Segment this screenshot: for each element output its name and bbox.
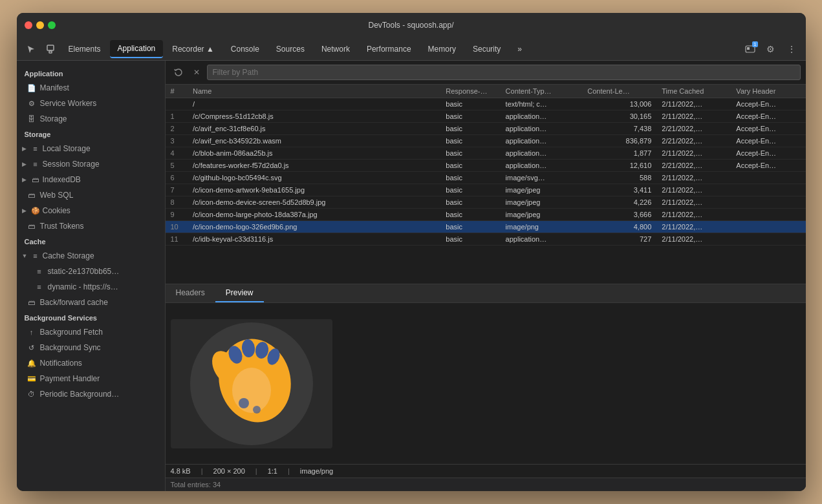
more-icon[interactable]: ⋮: [783, 40, 801, 58]
tab-network[interactable]: Network: [314, 40, 358, 58]
cell-response: basic: [440, 209, 500, 221]
bg-sync-label: Background Sync: [40, 343, 101, 352]
bg-fetch-icon: ↑: [27, 328, 36, 337]
clear-button[interactable]: ✕: [189, 65, 204, 80]
tab-performance[interactable]: Performance: [359, 40, 419, 58]
cell-vary: [731, 184, 805, 196]
cell-num: 4: [166, 147, 188, 160]
tab-headers[interactable]: Headers: [166, 284, 215, 302]
sidebar-item-manifest[interactable]: 📄 Manifest: [17, 80, 165, 96]
sidebar-item-notifications[interactable]: 🔔 Notifications: [17, 355, 165, 371]
tab-elements[interactable]: Elements: [61, 40, 109, 58]
close-button[interactable]: [25, 21, 32, 29]
cell-time-cached: 2/21/2022,…: [656, 135, 731, 147]
table-row[interactable]: 6 /c/github-logo-bc05494c.svg basic imag…: [166, 172, 806, 184]
tab-application[interactable]: Application: [110, 40, 164, 58]
table-row[interactable]: 7 /c/icon-demo-artwork-9eba1655.jpg basi…: [166, 184, 806, 196]
cache-static-icon: ≡: [35, 267, 44, 276]
sidebar-item-bg-fetch[interactable]: ↑ Background Fetch: [17, 324, 165, 340]
cell-content-len: 30,165: [582, 110, 656, 123]
tab-security[interactable]: Security: [465, 40, 508, 58]
cell-response: basic: [440, 98, 500, 110]
cell-num: 2: [166, 123, 188, 135]
table-row[interactable]: 5 /c/features-worker-f57d2da0.js basic a…: [166, 160, 806, 172]
indexeddb-chevron: ▶: [22, 176, 28, 183]
sidebar-item-back-forward[interactable]: 🗃 Back/forward cache: [17, 295, 165, 310]
device-icon[interactable]: [41, 40, 59, 58]
cell-vary: [731, 209, 805, 221]
tab-preview[interactable]: Preview: [215, 284, 264, 302]
cell-num: [166, 98, 188, 110]
cell-response: basic: [440, 147, 500, 160]
filter-input[interactable]: [207, 65, 801, 80]
col-header-content-type[interactable]: Content-Typ…: [501, 85, 583, 98]
sidebar-item-payment-handler[interactable]: 💳 Payment Handler: [17, 371, 165, 386]
sidebar-item-bg-sync[interactable]: ↺ Background Sync: [17, 340, 165, 355]
storage-main-label: Storage: [40, 114, 67, 123]
cache-table: # Name Response-… Content-Typ… Content-L…: [166, 85, 806, 284]
cell-content-type: image/jpeg: [501, 196, 583, 209]
sidebar-item-web-sql[interactable]: 🗃 Web SQL: [17, 187, 165, 203]
cell-vary: [731, 196, 805, 209]
badge-button[interactable]: 1: [741, 40, 759, 58]
entries-table: # Name Response-… Content-Typ… Content-L…: [166, 85, 806, 246]
indexeddb-icon: 🗃: [31, 175, 40, 184]
sidebar-item-trust-tokens[interactable]: 🗃 Trust Tokens: [17, 218, 165, 234]
cache-dynamic-icon: ≡: [35, 282, 44, 291]
table-row[interactable]: 11 /c/idb-keyval-c33d3116.js basic appli…: [166, 233, 806, 246]
table-row[interactable]: 8 /c/icon-demo-device-screen-5d52d8b9.jp…: [166, 196, 806, 209]
svg-rect-3: [747, 47, 750, 50]
sidebar-item-indexeddb[interactable]: ▶ 🗃 IndexedDB: [17, 172, 165, 187]
back-forward-icon: 🗃: [27, 298, 36, 307]
col-header-content-len[interactable]: Content-Le…: [582, 85, 656, 98]
minimize-button[interactable]: [36, 21, 44, 29]
cell-response: basic: [440, 184, 500, 196]
cell-name: /c/avif_enc-31cf8e60.js: [188, 123, 440, 135]
tab-recorder[interactable]: Recorder ▲: [164, 40, 222, 58]
table-row[interactable]: 9 /c/icon-demo-large-photo-18da387a.jpg …: [166, 209, 806, 221]
settings-icon[interactable]: ⚙: [762, 40, 780, 58]
sidebar-item-local-storage[interactable]: ▶ ≡ Local Storage: [17, 141, 165, 156]
tab-memory[interactable]: Memory: [420, 40, 464, 58]
sidebar-item-session-storage[interactable]: ▶ ≡ Session Storage: [17, 156, 165, 172]
toolbar-right: 1 ⚙ ⋮: [741, 40, 801, 58]
svg-point-11: [232, 368, 271, 413]
cell-name: /c/Compress-51d12cb8.js: [188, 110, 440, 123]
section-title-bg-services: Background Services: [17, 310, 165, 324]
sidebar-item-storage-main[interactable]: 🗄 Storage: [17, 111, 165, 127]
sidebar-item-cookies[interactable]: ▶ 🍪 Cookies: [17, 203, 165, 218]
periodic-bg-icon: ⏱: [27, 390, 36, 399]
table-row[interactable]: / basic text/html; c… 13,006 2/11/2022,……: [166, 98, 806, 110]
col-header-num[interactable]: #: [166, 85, 188, 98]
table-row[interactable]: 1 /c/Compress-51d12cb8.js basic applicat…: [166, 110, 806, 123]
payment-handler-icon: 💳: [27, 374, 36, 383]
cell-time-cached: 2/21/2022,…: [656, 123, 731, 135]
cache-storage-chevron: ▼: [22, 253, 28, 259]
col-header-name[interactable]: Name: [188, 85, 440, 98]
sidebar-item-service-workers[interactable]: ⚙ Service Workers: [17, 96, 165, 111]
table-row[interactable]: 10 /c/icon-demo-logo-326ed9b6.png basic …: [166, 221, 806, 233]
tab-sources[interactable]: Sources: [268, 40, 312, 58]
col-header-response[interactable]: Response-…: [440, 85, 500, 98]
tab-more[interactable]: »: [510, 40, 530, 58]
tab-console[interactable]: Console: [223, 40, 267, 58]
sidebar-item-cache-storage[interactable]: ▼ ≡ Cache Storage: [17, 248, 165, 264]
cell-name: /c/idb-keyval-c33d3116.js: [188, 233, 440, 246]
sidebar-item-periodic-bg[interactable]: ⏱ Periodic Background…: [17, 386, 165, 402]
maximize-button[interactable]: [48, 21, 56, 29]
col-header-time[interactable]: Time Cached: [656, 85, 731, 98]
sidebar-item-cache-static[interactable]: ≡ static-2e1370bb65…: [17, 264, 165, 279]
indexeddb-label: IndexedDB: [43, 175, 81, 184]
cell-vary: Accept-En…: [731, 123, 805, 135]
sidebar-item-cache-dynamic[interactable]: ≡ dynamic - https://s…: [17, 279, 165, 295]
cache-dynamic-label: dynamic - https://s…: [48, 282, 118, 291]
table-row[interactable]: 4 /c/blob-anim-086aa25b.js basic applica…: [166, 147, 806, 160]
col-header-vary[interactable]: Vary Header: [731, 85, 805, 98]
refresh-button[interactable]: [171, 65, 186, 80]
devtools-window: DevTools - squoosh.app/ Elements Applica…: [17, 13, 806, 491]
manifest-label: Manifest: [40, 83, 69, 92]
cursor-icon[interactable]: [22, 40, 40, 58]
cell-num: 6: [166, 172, 188, 184]
table-row[interactable]: 2 /c/avif_enc-31cf8e60.js basic applicat…: [166, 123, 806, 135]
table-row[interactable]: 3 /c/avif_enc-b345922b.wasm basic applic…: [166, 135, 806, 147]
